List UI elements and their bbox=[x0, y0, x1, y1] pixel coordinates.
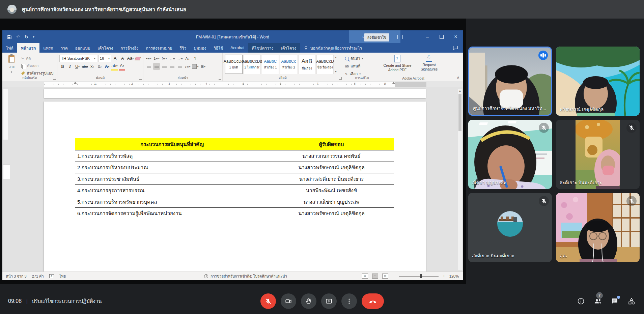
tab-references[interactable]: การอ้างอิง bbox=[117, 43, 142, 53]
distribute-button[interactable] bbox=[176, 63, 183, 70]
style-no-spacing[interactable]: AaBbCcDd1 ไม่มีการเว้... bbox=[244, 55, 261, 74]
style-heading2[interactable]: AaBbCcหัวเรื่อง 2 bbox=[280, 55, 297, 74]
horizontal-ruler[interactable]: 1 2 3 4 5 6 7 8 9 bbox=[2, 81, 463, 87]
zoom-slider[interactable] bbox=[399, 276, 439, 277]
tab-layout[interactable]: เค้าโครง bbox=[94, 43, 117, 53]
page-indicator[interactable]: หน้า 3 จาก 3 bbox=[6, 273, 27, 279]
paragraph-dialog-launcher[interactable] bbox=[219, 77, 221, 80]
borders-button[interactable]: ⊞▾ bbox=[200, 63, 206, 70]
clipboard-dialog-launcher[interactable] bbox=[53, 77, 56, 80]
minimize-button[interactable]: – bbox=[420, 30, 435, 43]
zoom-out-icon[interactable]: − bbox=[392, 274, 395, 279]
multilevel-list-button[interactable]: ⁝≡▾ bbox=[161, 55, 168, 62]
show-marks-button[interactable]: ¶ bbox=[192, 55, 199, 62]
restore-button[interactable] bbox=[435, 30, 449, 43]
shrink-font-button[interactable]: Aˇ bbox=[120, 55, 126, 62]
document-page[interactable]: กระบวนการสนับสนุนที่สำคัญ ผู้รับผิดชอบ 1… bbox=[44, 102, 426, 272]
zoom-in-icon[interactable]: + bbox=[443, 274, 445, 279]
font-color-button[interactable]: A▾ bbox=[119, 63, 125, 70]
copy-button[interactable]: คัดลอก bbox=[21, 63, 54, 69]
chat-button[interactable] bbox=[610, 297, 619, 306]
align-right-button[interactable] bbox=[161, 63, 168, 70]
collapse-ribbon-icon[interactable]: ∧ bbox=[457, 75, 459, 80]
numbering-button[interactable]: 1≡▾ bbox=[153, 55, 160, 62]
zoom-slider-thumb[interactable] bbox=[420, 274, 422, 278]
tab-file[interactable]: ไฟล์ bbox=[2, 43, 17, 53]
tab-view[interactable]: มุมมอง bbox=[190, 43, 210, 53]
more-options-button[interactable] bbox=[341, 293, 357, 309]
print-layout-icon[interactable]: ≡ bbox=[372, 274, 378, 279]
tab-mailings[interactable]: การส่งจดหมาย bbox=[142, 43, 176, 53]
meeting-details-button[interactable] bbox=[577, 297, 585, 306]
table-cell[interactable]: นางสาวกนกวรรณ คชพันธ์ bbox=[269, 150, 394, 162]
camera-button[interactable] bbox=[281, 293, 296, 309]
comments-icon[interactable] bbox=[453, 43, 458, 53]
text-effects-button[interactable]: A▾ bbox=[104, 63, 110, 70]
table-cell[interactable]: นางสาวพรัชษกรณ์ เกตุลิขิตกุล bbox=[269, 208, 394, 219]
increase-indent-button[interactable]: →≡ bbox=[176, 55, 183, 62]
mute-button[interactable] bbox=[260, 293, 276, 309]
sort-button[interactable]: A↓ bbox=[184, 55, 191, 62]
font-size-select[interactable]: 16▾ bbox=[98, 55, 111, 62]
save-icon[interactable] bbox=[7, 35, 11, 39]
request-signatures-button[interactable]: Request Signatures bbox=[415, 54, 443, 76]
redo-icon[interactable]: ↻ bbox=[25, 34, 28, 39]
table-cell[interactable]: 3.กระบวนการประชาสัมพันธ์ bbox=[75, 173, 269, 185]
table-cell[interactable]: นายพีระพัฒน์ เพชรสังข์ bbox=[269, 185, 394, 196]
align-center-button[interactable] bbox=[153, 63, 160, 70]
clear-format-button[interactable] bbox=[135, 55, 141, 62]
subscript-button[interactable]: x2 bbox=[89, 63, 95, 70]
document-table[interactable]: กระบวนการสนับสนุนที่สำคัญ ผู้รับผิดชอบ 1… bbox=[75, 138, 394, 219]
font-dialog-launcher[interactable] bbox=[139, 77, 142, 80]
strikethrough-button[interactable]: abe bbox=[82, 63, 88, 70]
underline-button[interactable]: U▾ bbox=[74, 63, 81, 70]
highlight-button[interactable]: ab▾ bbox=[111, 63, 118, 70]
participant-tile[interactable]: สะดีเยาะ บินมะดีเยาะ bbox=[556, 120, 640, 189]
zoom-level[interactable]: 120% bbox=[449, 274, 459, 278]
table-header-cell[interactable]: กระบวนการสนับสนุนที่สำคัญ bbox=[75, 138, 269, 150]
language-indicator[interactable]: ไทย bbox=[59, 273, 66, 279]
table-cell[interactable]: นางสาวสะดีเยาะ บินมะดีเยาะ bbox=[269, 173, 394, 185]
style-subtitle[interactable]: AaBbCcDชื่อเรื่องรอง bbox=[316, 55, 334, 74]
accessibility-status[interactable]: การช่วยสำหรับการเข้าถึง: โปรดศึกษาคำแนะน… bbox=[204, 273, 287, 279]
document-scrollbar[interactable]: ▲ bbox=[458, 89, 462, 270]
style-title[interactable]: AaBชื่อเรื่อง bbox=[298, 55, 315, 74]
italic-button[interactable]: I bbox=[67, 63, 73, 70]
align-left-button[interactable] bbox=[145, 63, 152, 70]
right-indent-marker[interactable] bbox=[392, 82, 395, 84]
table-cell[interactable]: นางสาวณิชชา บุญประสพ bbox=[269, 196, 394, 208]
line-spacing-button[interactable]: ↕≡▾ bbox=[184, 63, 191, 70]
styles-dialog-launcher[interactable] bbox=[339, 77, 342, 80]
grow-font-button[interactable]: Aˆ bbox=[112, 55, 119, 62]
present-button[interactable] bbox=[321, 293, 337, 309]
justify-button[interactable] bbox=[169, 63, 175, 70]
word-count[interactable]: 271 คำ bbox=[32, 273, 44, 279]
tab-table-design[interactable]: ดีไซน์ตาราง bbox=[248, 43, 277, 53]
table-cell[interactable]: 4.กระบวนการธุรการสารบรรณ bbox=[75, 185, 269, 196]
participant-tile-presenter[interactable]: ศูนย์การศึกษาจังหวัดระนอง มหาวิท... bbox=[468, 47, 552, 116]
scroll-up-icon[interactable]: ▲ bbox=[458, 89, 462, 93]
participant-tile[interactable]: พรัชษกรณ์ เกตุลิขิตกุล bbox=[556, 47, 640, 116]
superscript-button[interactable]: x2 bbox=[96, 63, 103, 70]
tab-design[interactable]: ออกแบบ bbox=[72, 43, 94, 53]
table-cell[interactable]: 2.กระบวนการบริหารงบประมาณ bbox=[75, 162, 269, 173]
participant-tile[interactable]: ณิชชา บุญประสพ bbox=[468, 120, 552, 189]
replace-button[interactable]: abแทนที่ bbox=[345, 63, 379, 69]
proofing-icon[interactable]: ✗ bbox=[49, 274, 54, 278]
find-button[interactable]: ค้นหา▾ bbox=[345, 55, 379, 61]
decrease-indent-button[interactable]: ←≡ bbox=[169, 55, 175, 62]
style-heading1[interactable]: AaBbCหัวเรื่อง 1 bbox=[262, 55, 279, 74]
table-cell[interactable]: 5.กระบวนการบริหารทรัพยากรบุคคล bbox=[75, 196, 269, 208]
participant-tile[interactable]: สะดีเยาะ บินมะดีเยาะ bbox=[468, 193, 552, 262]
undo-icon[interactable]: ↶ bbox=[16, 34, 20, 39]
bullets-button[interactable]: •≡▾ bbox=[145, 55, 152, 62]
leave-call-button[interactable] bbox=[362, 293, 384, 309]
table-cell[interactable]: 1.กระบวนการบริหารพัสดุ bbox=[75, 150, 269, 162]
tab-help[interactable]: วิธีใช้ bbox=[210, 43, 227, 53]
tab-table-layout[interactable]: เค้าโครง bbox=[277, 43, 300, 53]
web-layout-icon[interactable]: ▤ bbox=[382, 274, 388, 279]
sign-in-button[interactable]: ลงชื่อเข้าใช้ bbox=[364, 33, 389, 41]
font-family-select[interactable]: TH SarabunPSK▾ bbox=[59, 55, 97, 62]
participants-button[interactable]: 7 bbox=[593, 297, 602, 306]
left-indent-marker[interactable] bbox=[74, 82, 77, 84]
